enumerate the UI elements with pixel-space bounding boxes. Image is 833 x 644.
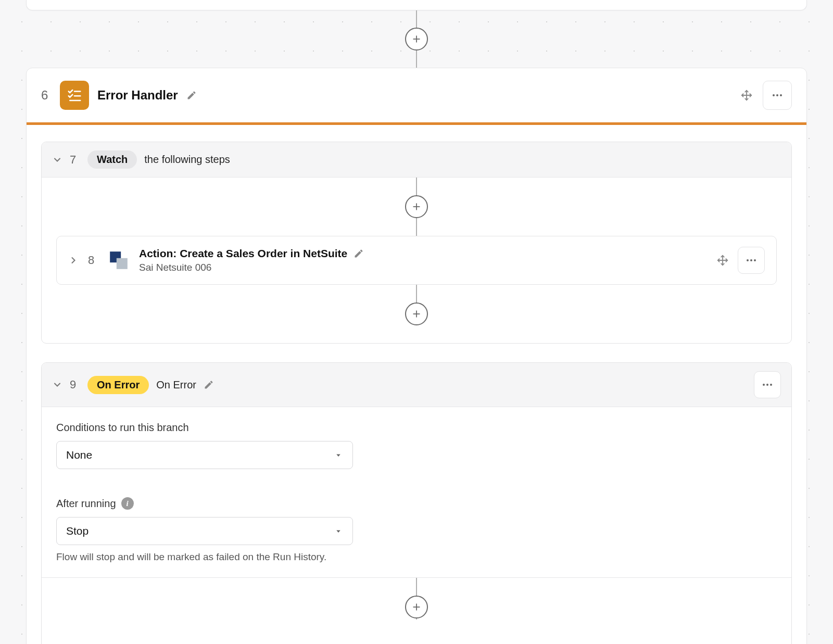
step-number: 9 (70, 378, 80, 392)
add-step-button[interactable] (405, 28, 428, 50)
watch-substep: 7 Watch the following steps (41, 142, 792, 344)
error-handler-icon (60, 81, 89, 110)
after-running-label: After running i (56, 497, 777, 510)
svg-point-8 (776, 94, 778, 96)
dropdown-icon (334, 450, 343, 460)
error-handler-header: 6 Error Handler (27, 68, 806, 122)
action-title: Action: Create a Sales Order in NetSuite (139, 247, 347, 260)
previous-step-card-stub (26, 0, 807, 10)
step-number: 6 (41, 88, 52, 103)
after-running-value: Stop (66, 525, 89, 537)
svg-point-7 (773, 94, 775, 96)
watch-substep-header: 7 Watch the following steps (42, 142, 791, 178)
step-title: Error Handler (97, 88, 178, 103)
svg-rect-13 (117, 258, 128, 269)
action-subtitle: Sai Netsuite 006 (139, 262, 708, 273)
info-icon[interactable]: i (121, 497, 134, 510)
after-running-select[interactable]: Stop (56, 517, 353, 545)
expand-icon[interactable] (68, 255, 79, 266)
more-actions-button[interactable] (754, 371, 781, 398)
conditions-value: None (66, 449, 92, 461)
collapse-icon[interactable] (52, 155, 62, 165)
add-step-button[interactable] (405, 596, 428, 618)
step-number: 7 (70, 153, 80, 167)
more-actions-button[interactable] (738, 247, 765, 274)
on-error-config-form: Conditions to run this branch None After… (42, 407, 791, 578)
after-running-hint: Flow will stop and will be marked as fai… (56, 551, 777, 563)
conditions-select[interactable]: None (56, 441, 353, 469)
edit-title-icon[interactable] (186, 90, 197, 100)
step-number: 8 (88, 254, 98, 267)
svg-point-22 (766, 384, 768, 386)
edit-title-icon[interactable] (354, 248, 364, 259)
svg-point-17 (750, 259, 752, 261)
conditions-label: Conditions to run this branch (56, 422, 777, 434)
on-error-description: On Error (156, 379, 196, 391)
netsuite-icon (108, 249, 130, 271)
add-step-button[interactable] (405, 195, 428, 218)
watch-pill: Watch (87, 150, 137, 169)
move-handle-icon[interactable] (741, 90, 752, 101)
collapse-icon[interactable] (52, 380, 62, 390)
dropdown-icon (334, 526, 343, 536)
more-actions-button[interactable] (763, 81, 792, 110)
svg-point-9 (780, 94, 782, 96)
svg-point-16 (747, 259, 749, 261)
svg-point-21 (763, 384, 765, 386)
on-error-substep: 9 On Error On Error Conditions to run th… (41, 362, 792, 644)
error-handler-card: 6 Error Handler (26, 68, 807, 644)
svg-point-18 (754, 259, 756, 261)
edit-title-icon[interactable] (204, 380, 214, 390)
watch-description: the following steps (144, 154, 230, 166)
svg-point-23 (770, 384, 772, 386)
on-error-pill: On Error (87, 376, 149, 394)
move-handle-icon[interactable] (717, 255, 728, 266)
action-step-card[interactable]: 8 Action: Create a Sales Order in NetSui… (56, 236, 777, 285)
on-error-substep-header: 9 On Error On Error (42, 363, 791, 407)
add-step-button[interactable] (405, 302, 428, 325)
